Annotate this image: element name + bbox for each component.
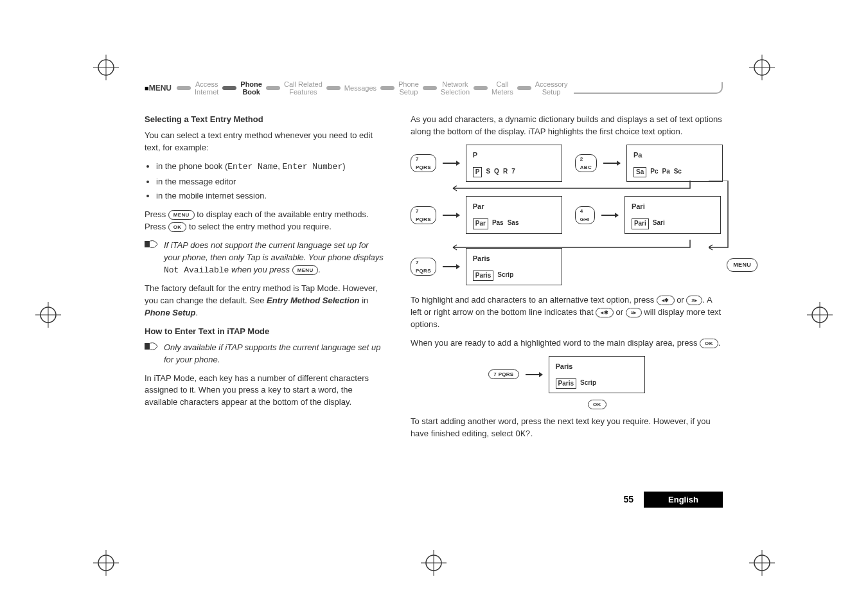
nav-connector bbox=[474, 86, 488, 90]
key-7-icon: 7 PQRS bbox=[411, 154, 436, 172]
note-itap-language: If iTAP does not support the current lan… bbox=[145, 240, 385, 277]
crop-mark bbox=[93, 550, 119, 576]
arrow-icon bbox=[601, 215, 618, 216]
screen-pa: Pa SaPcPaSc bbox=[626, 145, 723, 182]
key-4-icon: 4 GHI bbox=[575, 206, 595, 224]
page-number: 55 bbox=[623, 494, 633, 504]
feedback-arrow-icon bbox=[449, 181, 693, 196]
nav-connector bbox=[517, 86, 531, 90]
breadcrumb-nav: ■ MENU AccessInternet PhoneBook Call Rel… bbox=[145, 80, 723, 96]
star-key-icon: ◂✱ bbox=[596, 308, 614, 317]
finish-text: To start adding another word, press the … bbox=[411, 416, 723, 441]
nav-accessory-setup: AccessorySetup bbox=[531, 80, 572, 96]
nav-connector bbox=[266, 86, 280, 90]
nav-call-related: Call RelatedFeatures bbox=[280, 80, 326, 96]
intro-text: You can select a text entry method whene… bbox=[145, 130, 385, 154]
menu-label: MENU bbox=[149, 84, 172, 93]
note-icon bbox=[145, 342, 159, 366]
screen-pari: Pari PariSari bbox=[624, 196, 721, 233]
list-item: in the message editor bbox=[156, 176, 385, 188]
single-diagram: 7 PQRS Paris ParisScrip OK bbox=[411, 356, 723, 409]
press-instruction: Press MENU to display each of the availa… bbox=[145, 209, 385, 233]
nav-tail bbox=[574, 82, 723, 94]
crop-mark bbox=[749, 550, 775, 576]
menu-key-icon: MENU bbox=[727, 258, 757, 272]
screen-p: P PSQR7 bbox=[466, 145, 562, 182]
key-2-icon: 2 ABC bbox=[575, 154, 597, 172]
svg-rect-21 bbox=[145, 241, 150, 247]
nav-network-selection: NetworkSelection bbox=[437, 80, 474, 96]
nav-bullet: ■ bbox=[145, 84, 149, 92]
key-7-icon: 7 PQRS bbox=[411, 258, 436, 276]
key-7-icon: 7 PQRS bbox=[488, 369, 518, 379]
language-label: English bbox=[644, 492, 723, 508]
screen-paris: Paris ParisScrip bbox=[466, 248, 562, 285]
menu-feedback-arrow-icon bbox=[709, 181, 734, 251]
screen-par: Par ParPasSas bbox=[466, 196, 562, 233]
menu-key-icon: MENU bbox=[168, 210, 195, 220]
ready-text: When you are ready to add a highlighted … bbox=[411, 337, 723, 350]
ok-key-icon: OK bbox=[700, 339, 718, 348]
screen-paris-single: Paris ParisScrip bbox=[549, 356, 645, 393]
star-key-icon: ◂✱ bbox=[657, 296, 675, 305]
arrow-icon bbox=[526, 374, 542, 375]
nav-phone-book: PhoneBook bbox=[236, 80, 266, 96]
page-footer: 55 English bbox=[623, 492, 723, 508]
default-text: The factory default for the entry method… bbox=[145, 283, 385, 319]
left-column: Selecting a Text Entry Method You can se… bbox=[145, 114, 385, 447]
ok-key-icon: OK bbox=[588, 400, 607, 409]
nav-connector bbox=[326, 86, 341, 90]
itap-desc: In iTAP Mode, each key has a number of d… bbox=[145, 373, 385, 409]
nav-phone-setup: PhoneSetup bbox=[394, 80, 423, 96]
note-icon bbox=[145, 240, 159, 277]
key-7-icon: 7 PQRS bbox=[411, 206, 436, 224]
nav-connector bbox=[177, 86, 191, 90]
arrow-icon bbox=[603, 163, 620, 164]
arrow-icon bbox=[443, 266, 459, 267]
crop-mark bbox=[749, 55, 775, 80]
note-itap-available: Only available if iTAP supports the curr… bbox=[145, 342, 385, 366]
arrow-icon bbox=[443, 163, 459, 164]
nav-access-internet: AccessInternet bbox=[191, 80, 222, 96]
hash-key-icon: #▸ bbox=[686, 296, 702, 305]
crop-mark bbox=[421, 550, 447, 576]
nav-messages: Messages bbox=[341, 84, 380, 92]
list-item: in the phone book (Enter Name, Enter Num… bbox=[156, 161, 385, 173]
svg-rect-22 bbox=[145, 343, 150, 350]
ok-key-icon: OK bbox=[168, 222, 187, 232]
nav-connector bbox=[380, 86, 394, 90]
crop-mark bbox=[93, 55, 119, 80]
page-content: ■ MENU AccessInternet PhoneBook Call Rel… bbox=[145, 80, 723, 447]
arrow-icon bbox=[443, 215, 459, 216]
itap-diagram: 7 PQRS P PSQR7 2 ABC Pa SaPcPaSc bbox=[411, 145, 723, 285]
nav-call-meters: CallMeters bbox=[488, 80, 517, 96]
crop-mark bbox=[807, 302, 833, 328]
highlight-text: To highlight and add characters to an al… bbox=[411, 294, 723, 331]
heading-selecting: Selecting a Text Entry Method bbox=[145, 114, 385, 126]
dictionary-text: As you add characters, a dynamic diction… bbox=[411, 114, 723, 138]
menu-key-icon: MENU bbox=[292, 265, 319, 275]
list-item: in the mobile internet session. bbox=[156, 190, 385, 202]
nav-connector bbox=[222, 86, 236, 90]
hash-key-icon: #▸ bbox=[626, 308, 642, 317]
heading-itap: How to Enter Text in iTAP Mode bbox=[145, 326, 385, 338]
crop-mark bbox=[35, 302, 61, 328]
nav-connector bbox=[423, 86, 437, 90]
example-list: in the phone book (Enter Name, Enter Num… bbox=[145, 161, 385, 203]
right-column: As you add characters, a dynamic diction… bbox=[411, 114, 723, 447]
